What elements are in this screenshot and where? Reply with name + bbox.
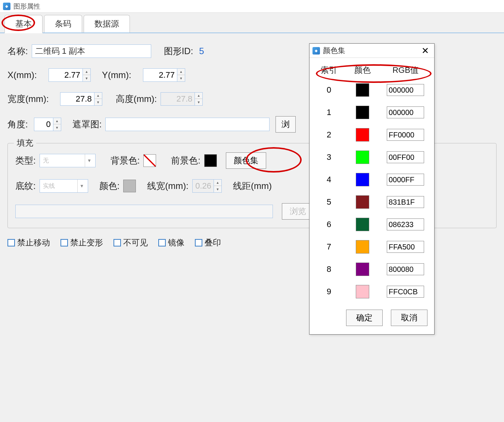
color-swatch[interactable] (356, 218, 369, 231)
rgb-input[interactable] (387, 241, 424, 253)
up-icon[interactable]: ▲ (53, 118, 61, 124)
chevron-down-icon[interactable]: ▼ (77, 180, 86, 192)
color-index: 6 (314, 220, 344, 229)
type-value: 无 (43, 157, 49, 165)
browse-button[interactable]: 浏 (276, 116, 296, 133)
dialog-title-bar: 颜色集 ✕ (309, 44, 434, 58)
shapeid-label: 图形ID: (164, 45, 193, 57)
color-swatch[interactable] (356, 240, 369, 254)
type-dropdown[interactable]: 无 ▼ (40, 154, 96, 167)
color-swatch[interactable] (356, 106, 369, 119)
head-index: 索引 (314, 65, 344, 76)
color-row: 7 (314, 236, 430, 258)
colorset-button[interactable]: 颜色集 (226, 152, 266, 169)
linewidth-label: 线宽(mm): (147, 180, 189, 192)
overprint-checkbox[interactable]: 叠印 (195, 237, 221, 248)
y-input[interactable] (143, 69, 177, 81)
linewidth-spinner: ▲▼ (192, 179, 222, 193)
color-index: 2 (314, 130, 344, 140)
chevron-down-icon[interactable]: ▼ (85, 154, 94, 167)
color-row: 3 (314, 146, 430, 168)
angle-spinner[interactable]: ▲▼ (34, 118, 61, 131)
color-swatch[interactable] (356, 83, 369, 97)
rgb-input[interactable] (387, 84, 424, 96)
down-icon[interactable]: ▼ (177, 75, 185, 81)
height-spinner: ▲▼ (161, 92, 203, 106)
color-row: 0 (314, 79, 430, 101)
color-index: 1 (314, 108, 344, 117)
ok-button[interactable]: 确定 (346, 310, 383, 326)
rgb-input[interactable] (387, 106, 424, 118)
x-input[interactable] (49, 69, 83, 81)
color-row: 6 (314, 213, 430, 236)
name-label: 名称: (7, 45, 28, 57)
color-rows: 0123456789 (309, 79, 434, 303)
invisible-checkbox[interactable]: 不可见 (113, 237, 148, 248)
width-spinner[interactable]: ▲▼ (60, 92, 102, 106)
color-swatch[interactable] (356, 195, 369, 209)
color-index: 8 (314, 264, 344, 274)
hatch-dropdown[interactable]: 实线 ▼ (40, 179, 88, 193)
no-move-checkbox[interactable]: 禁止移动 (7, 237, 50, 248)
down-icon[interactable]: ▼ (94, 99, 102, 105)
color-index: 5 (314, 197, 344, 207)
hatch-path-input (15, 205, 273, 218)
y-spinner[interactable]: ▲▼ (143, 68, 185, 82)
rgb-input[interactable] (387, 196, 424, 208)
height-label: 高度(mm): (116, 93, 157, 105)
rgb-input[interactable] (387, 174, 424, 186)
down-icon[interactable]: ▼ (83, 75, 90, 81)
color-row: 5 (314, 191, 430, 213)
color-swatch[interactable] (356, 263, 369, 276)
color-index: 3 (314, 152, 344, 162)
bgcolor-swatch[interactable] (143, 154, 156, 167)
up-icon: ▲ (195, 93, 202, 99)
color-swatch[interactable] (356, 285, 369, 298)
width-input[interactable] (60, 93, 94, 105)
rgb-input[interactable] (387, 151, 424, 163)
fgcolor-swatch[interactable] (204, 154, 217, 167)
x-label: X(mm): (7, 70, 45, 80)
mask-label: 遮罩图: (72, 118, 102, 130)
linegap-label: 线距(mm) (233, 180, 272, 192)
rgb-input[interactable] (387, 218, 424, 230)
color-swatch[interactable] (356, 151, 369, 164)
tab-datasource[interactable]: 数据源 (84, 15, 130, 32)
angle-input[interactable] (34, 118, 53, 131)
up-icon[interactable]: ▲ (94, 93, 102, 99)
down-icon[interactable]: ▼ (53, 124, 61, 131)
hatch-value: 实线 (43, 182, 55, 190)
name-input[interactable] (32, 44, 151, 58)
color-swatch[interactable] (356, 173, 369, 186)
linewidth-input (193, 180, 214, 192)
color-row: 4 (314, 168, 430, 191)
color-index: 7 (314, 242, 344, 252)
color-row: 8 (314, 258, 430, 280)
down-icon: ▼ (214, 186, 221, 192)
app-icon (312, 47, 320, 55)
rgb-input[interactable] (387, 129, 424, 141)
cancel-button[interactable]: 取消 (391, 310, 427, 326)
mask-input[interactable] (105, 118, 270, 131)
down-icon: ▼ (195, 99, 202, 105)
no-resize-checkbox[interactable]: 禁止变形 (60, 237, 103, 248)
dialog-title: 颜色集 (323, 46, 419, 56)
color-row: 9 (314, 280, 430, 303)
up-icon[interactable]: ▲ (83, 69, 90, 75)
up-icon: ▲ (214, 180, 221, 186)
bgcolor-label: 背景色: (111, 155, 140, 167)
shapeid-value: 5 (199, 46, 204, 56)
colorset-dialog: 颜色集 ✕ 索引 颜色 RGB值 0123456789 确定 取消 (309, 43, 435, 335)
fill-legend: 填充 (14, 137, 36, 149)
tab-basic[interactable]: 基本 (4, 15, 43, 33)
x-spinner[interactable]: ▲▼ (49, 68, 91, 82)
color-swatch[interactable] (123, 180, 136, 192)
close-icon[interactable]: ✕ (419, 46, 431, 56)
rgb-input[interactable] (387, 263, 424, 275)
mirror-checkbox[interactable]: 镜像 (158, 237, 184, 248)
rgb-input[interactable] (387, 286, 424, 298)
up-icon[interactable]: ▲ (177, 69, 185, 75)
color-swatch[interactable] (356, 128, 369, 142)
tab-barcode[interactable]: 条码 (44, 15, 82, 32)
color-row: 1 (314, 101, 430, 124)
